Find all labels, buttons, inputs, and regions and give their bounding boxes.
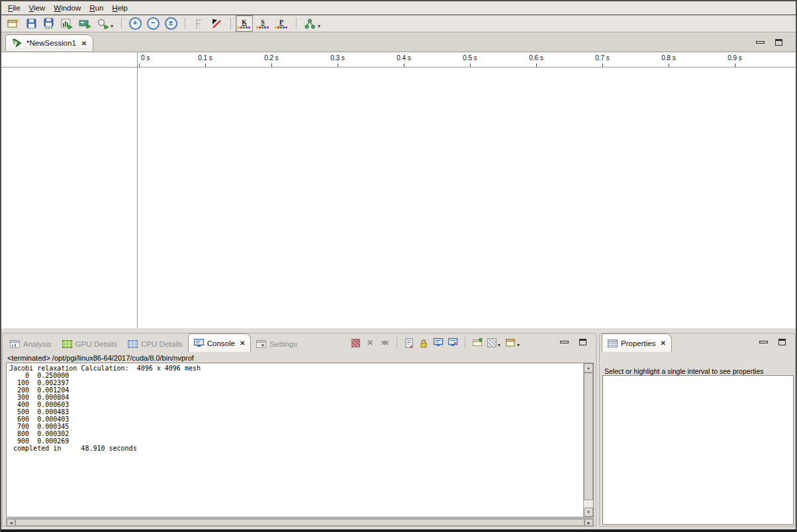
- ruler-tick: [139, 64, 140, 67]
- stream-s-label: S: [261, 19, 265, 26]
- close-properties-icon[interactable]: ✕: [660, 339, 665, 347]
- color-by-kernel-button[interactable]: K: [236, 15, 253, 32]
- word-wrap-icon: [434, 338, 444, 347]
- clear-console-icon: x: [404, 338, 414, 348]
- scroll-lock-button[interactable]: [416, 336, 431, 349]
- menu-help[interactable]: Help: [112, 4, 128, 12]
- tab-console[interactable]: Console ✕: [188, 333, 252, 352]
- call-tree-dropdown[interactable]: ▾: [318, 23, 320, 29]
- generate-timeline-button[interactable]: [58, 16, 75, 31]
- tab-cpu-details[interactable]: CPU Details: [122, 336, 188, 352]
- menu-view[interactable]: View: [29, 4, 46, 12]
- show-summary-button[interactable]: [76, 16, 93, 31]
- properties-view-tabs: Properties ✕: [602, 333, 672, 352]
- timeline-editor: 0 s0.1 s0.2 s0.3 s0.4 s0.5 s0.6 s0.7 s0.…: [1, 52, 796, 328]
- console-horizontal-scrollbar[interactable]: ◀ ▶: [6, 518, 594, 527]
- color-by-stream-button[interactable]: S: [254, 15, 271, 32]
- remove-all-launches-button[interactable]: ✕✕: [377, 336, 392, 349]
- display-console-icon: [487, 338, 496, 347]
- console-vertical-scrollbar[interactable]: ▲ ▼: [583, 363, 593, 517]
- maximize-editor-button[interactable]: [775, 39, 782, 46]
- vertical-scroll-thumb[interactable]: [584, 373, 593, 500]
- word-wrap-button[interactable]: [431, 336, 445, 349]
- ruler-tick-label: 0.3 s: [330, 54, 345, 62]
- zoom-fit-button[interactable]: ±: [162, 16, 179, 31]
- reset-zoom-button[interactable]: [208, 16, 225, 31]
- display-console-dropdown[interactable]: ▾: [498, 342, 500, 348]
- timeline-row-divider[interactable]: [137, 52, 138, 328]
- tab-newsession1[interactable]: *NewSession1 ✕: [5, 34, 93, 51]
- run-analysis-button[interactable]: [94, 16, 111, 31]
- call-tree-button[interactable]: [301, 16, 318, 31]
- horizontal-scroll-thumb[interactable]: [15, 519, 585, 526]
- kernel-k-stripes: [238, 26, 251, 28]
- toolbar-separator: [185, 18, 185, 29]
- display-selected-console-button[interactable]: [485, 336, 499, 349]
- kernel-k-label: K: [242, 19, 247, 26]
- ruler-tick: [271, 64, 272, 67]
- close-console-icon[interactable]: ✕: [240, 339, 245, 347]
- tab-properties[interactable]: Properties ✕: [602, 333, 672, 352]
- settings-icon: [256, 340, 266, 348]
- svg-text:✦: ✦: [512, 338, 516, 344]
- menu-run[interactable]: Run: [89, 4, 103, 12]
- zoom-fit-icon: ±: [165, 17, 177, 30]
- ruler-tick-label: 0.8 s: [661, 54, 676, 62]
- zoom-out-icon: −: [147, 17, 160, 30]
- tab-cpu-details-label: CPU Details: [141, 340, 183, 348]
- tab-analysis[interactable]: Analysis: [5, 336, 57, 352]
- remove-launch-icon: ✕: [367, 338, 373, 347]
- ruler-tick: [669, 64, 669, 67]
- menu-file[interactable]: File: [8, 4, 21, 12]
- new-session-button[interactable]: ✦: [5, 16, 22, 31]
- zoom-in-button[interactable]: +: [126, 16, 144, 31]
- tab-gpu-details[interactable]: GPU Details: [57, 336, 122, 352]
- maximize-properties-button[interactable]: [778, 339, 786, 345]
- scroll-up-icon[interactable]: ▲: [584, 363, 593, 373]
- close-session-icon[interactable]: ✕: [81, 40, 87, 47]
- menu-window[interactable]: Window: [54, 4, 81, 12]
- pin-console-button[interactable]: [470, 336, 485, 349]
- scroll-left-icon[interactable]: ◀: [7, 519, 15, 526]
- properties-hint-text: Select or highlight a single interval to…: [604, 367, 763, 375]
- marker-flag-icon: [194, 19, 204, 29]
- toolbar-separator: [397, 337, 397, 349]
- terminate-icon: [352, 339, 360, 347]
- call-tree-icon: [305, 19, 316, 29]
- open-console-button[interactable]: ✦: [504, 336, 518, 349]
- show-console-on-output-button[interactable]: x: [445, 336, 460, 349]
- stream-s-stripes: [256, 26, 269, 28]
- ruler-tick-label: 0.5 s: [463, 54, 477, 62]
- tab-gpu-details-label: GPU Details: [75, 340, 117, 348]
- ruler-tick-label: 0.9 s: [727, 54, 742, 62]
- analysis-icon: [10, 340, 20, 348]
- color-by-process-button[interactable]: P: [273, 15, 290, 32]
- clear-console-button[interactable]: x: [402, 336, 416, 349]
- ruler-tick-label: 0.7 s: [595, 54, 610, 62]
- remove-launch-button[interactable]: ✕: [363, 336, 377, 349]
- minimize-properties-button[interactable]: [759, 341, 768, 343]
- zoom-out-button[interactable]: −: [144, 16, 162, 31]
- console-view: Analysis GPU Details CPU Details: [2, 333, 596, 527]
- maximize-console-button[interactable]: [579, 339, 586, 345]
- terminate-button[interactable]: [348, 336, 363, 349]
- ruler-tick: [602, 64, 603, 67]
- tab-settings[interactable]: Settings: [251, 336, 303, 352]
- scroll-down-icon[interactable]: ▼: [584, 508, 593, 517]
- scroll-right-icon[interactable]: ▶: [585, 519, 593, 526]
- save-as-icon: [44, 18, 55, 29]
- properties-view: Properties ✕ Select or highlight a singl…: [599, 333, 796, 527]
- main-toolbar: ✦: [1, 15, 796, 32]
- run-analysis-dropdown[interactable]: ▾: [111, 23, 113, 29]
- save-as-button[interactable]: [40, 16, 58, 31]
- console-text-area[interactable]: Jacobi relaxation Calculation: 4096 x 40…: [6, 363, 594, 517]
- minimize-editor-button[interactable]: [756, 41, 765, 44]
- open-console-dropdown[interactable]: ▾: [517, 342, 520, 348]
- cpu-details-icon: [128, 340, 138, 348]
- show-console-output-icon: x: [448, 338, 458, 347]
- ruler-tick: [205, 64, 206, 67]
- process-p-label: P: [279, 19, 283, 26]
- minimize-console-button[interactable]: [560, 341, 569, 343]
- save-button[interactable]: [23, 16, 40, 31]
- marker-ruler-button[interactable]: [190, 16, 207, 31]
